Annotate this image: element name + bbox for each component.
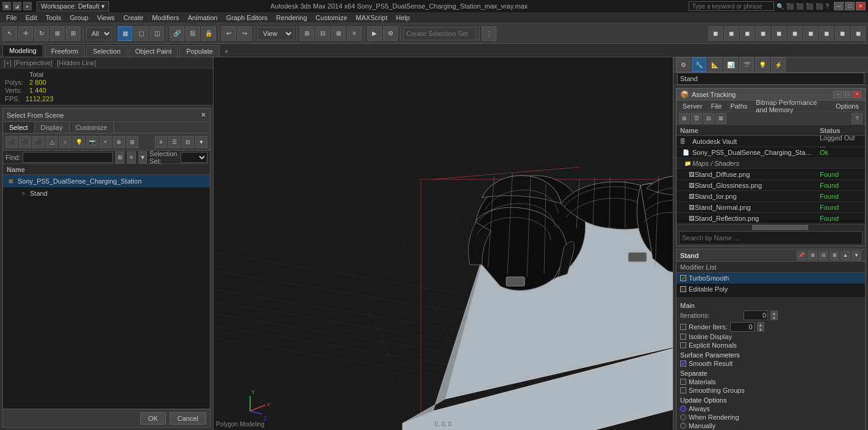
rp-btn-6[interactable]: 💡 (755, 57, 770, 72)
at-tb-2[interactable]: ☰ (691, 113, 702, 124)
at-menu-paths[interactable]: Paths (726, 102, 751, 110)
tb-vp-r6[interactable]: ◼ (787, 26, 802, 41)
tb-vp-r2[interactable]: ◼ (724, 26, 739, 41)
tool-icon-3[interactable]: ⬛ (806, 3, 813, 10)
cancel-button[interactable]: Cancel (170, 412, 206, 425)
menu-group[interactable]: Group (66, 13, 92, 22)
scene-tab-customize[interactable]: Customize (70, 122, 114, 133)
at-menu-server[interactable]: Server (679, 102, 706, 110)
tb-undo-btn[interactable]: ↩ (221, 26, 236, 41)
at-minimize-btn[interactable]: ─ (833, 91, 842, 98)
ts-iterations-down[interactable]: ▼ (770, 315, 778, 320)
ts-when-rendering-radio[interactable] (680, 414, 686, 420)
rp-btn-2[interactable]: 🔧 (692, 57, 706, 72)
scene-filter-btn-2[interactable]: ≡ (127, 151, 136, 163)
ok-button[interactable]: OK (140, 412, 166, 425)
close-btn[interactable]: ✕ (856, 2, 866, 10)
tool-icon-4[interactable]: ⬛ (816, 3, 823, 10)
help-icon[interactable]: ? (825, 3, 829, 10)
rp-btn-3[interactable]: 📐 (708, 57, 722, 72)
menu-edit[interactable]: Edit (22, 13, 41, 22)
scene-tb-hier[interactable]: ≡ (155, 136, 167, 148)
scene-panel-header[interactable]: Select From Scene ✕ (3, 109, 210, 122)
tb-bind-btn[interactable]: 🔒 (201, 26, 216, 41)
asset-row-7[interactable]: 🖼 Stand_Reflection.png Found (676, 213, 865, 224)
tb-ref-btn[interactable]: ⊞ (66, 26, 81, 41)
scene-panel-close-icon[interactable]: ✕ (201, 111, 206, 119)
tb-vp-r5[interactable]: ◼ (772, 26, 786, 41)
scene-tb-helper[interactable]: + (99, 136, 112, 148)
modifier-item-0[interactable]: ✓ TurboSmooth (676, 273, 865, 284)
at-menu-file[interactable]: File (707, 102, 725, 110)
scene-tb-geo[interactable]: △ (46, 136, 58, 148)
tb-crossing-btn[interactable]: ◫ (149, 26, 164, 41)
tool-icon-2[interactable]: ⬛ (796, 3, 803, 10)
workspace-dropdown[interactable]: Workspace: Default ▾ (37, 1, 109, 12)
mod-paste-btn[interactable]: ⊟ (819, 251, 828, 260)
ts-always-radio[interactable] (680, 406, 686, 412)
scene-tb-all[interactable]: ⬛ (5, 136, 18, 148)
tab-modeling[interactable]: Modeling (2, 45, 43, 57)
tb-vp-r3[interactable]: ◼ (740, 26, 755, 41)
search-input[interactable] (689, 1, 774, 11)
ts-explicit-cb[interactable] (680, 342, 686, 348)
menu-tools[interactable]: Tools (42, 13, 65, 22)
rp-btn-4[interactable]: 📊 (723, 57, 738, 72)
asset-row-4[interactable]: 🖼 Stand_Glossiness.png Found (676, 180, 865, 191)
menu-customize[interactable]: Customize (312, 13, 351, 22)
tab-object-paint[interactable]: Object Paint (129, 45, 179, 57)
asset-row-0[interactable]: 🗄 Autodesk Vault Logged Out ... (676, 136, 865, 147)
tb-scale-btn[interactable]: ⊠ (50, 26, 65, 41)
rp-btn-5[interactable]: 🎬 (739, 57, 754, 72)
tb-redo-btn[interactable]: ↪ (237, 26, 252, 41)
scene-tb-shape[interactable]: ○ (59, 136, 71, 148)
at-menu-bitmap[interactable]: Bitmap Performance and Memory (752, 98, 831, 114)
scene-tab-select[interactable]: Select (3, 122, 35, 133)
scene-tb-space[interactable]: ⊕ (113, 136, 125, 148)
asset-row-6[interactable]: 🖼 Stand_Normal.png Found (676, 202, 865, 213)
rp-btn-7[interactable]: ⚡ (771, 57, 786, 72)
tb-vp-r10[interactable]: ◼ (851, 26, 866, 41)
tb-filter-dropdown[interactable]: All (86, 27, 112, 40)
ts-render-iters-cb[interactable] (680, 324, 686, 330)
scene-tb-invert[interactable]: ⬛ (32, 136, 45, 148)
ts-smooth-result-cb[interactable]: ✓ (680, 360, 686, 367)
scene-filter-btn-3[interactable]: ▼ (138, 151, 148, 163)
menu-animation[interactable]: Animation (184, 13, 221, 22)
menu-rendering[interactable]: Rendering (273, 13, 311, 22)
minimize-btn[interactable]: ─ (834, 2, 844, 10)
tab-freeform[interactable]: Freeform (45, 45, 85, 57)
tab-extra[interactable]: + (221, 46, 232, 57)
at-maximize-btn[interactable]: □ (843, 91, 852, 98)
ts-render-iters-up[interactable]: ▲ (757, 322, 764, 327)
ts-iterations-up[interactable]: ▲ (770, 310, 778, 315)
tb-vp-r4[interactable]: ◼ (756, 26, 770, 41)
mod-copy-btn[interactable]: ⊞ (808, 251, 817, 260)
tb-align-btn[interactable]: ⊟ (315, 26, 330, 41)
tb-array-btn[interactable]: ⊠ (331, 26, 346, 41)
modifier-item-1[interactable]: Editable Poly (676, 284, 865, 295)
tb-vp-r8[interactable]: ◼ (819, 26, 834, 41)
mod-pin-btn[interactable]: 📌 (797, 251, 806, 260)
tool-icon-1[interactable]: ⬛ (786, 3, 794, 10)
viewport[interactable]: X Y Z Polygon Modeling 0, 0, 0 (213, 57, 673, 430)
app-icon-2[interactable]: ◪ (13, 2, 21, 10)
asset-scrollbar-thumb[interactable] (752, 225, 808, 230)
at-menu-options[interactable]: Options (832, 102, 863, 110)
ts-iterations-input[interactable] (744, 310, 768, 320)
scene-tb-list[interactable]: ☰ (168, 136, 181, 148)
tb-vp-r9[interactable]: ◼ (835, 26, 850, 41)
tb-extra-btn[interactable]: ⋮ (482, 26, 497, 41)
modifier-checkbox-1[interactable] (680, 286, 686, 292)
tb-render-setup-btn[interactable]: ⚙ (383, 26, 398, 41)
asset-row-1[interactable]: 📄 Sony_PS5_DualSense_Charging_Station_ma… (676, 147, 865, 158)
modifier-checkbox-0[interactable]: ✓ (680, 275, 686, 281)
rp-btn-1[interactable]: ⚙ (676, 57, 690, 72)
mod-move-up-btn[interactable]: ▲ (841, 251, 850, 260)
object-name-input[interactable] (677, 73, 864, 85)
scene-tb-none[interactable]: ⬛ (19, 136, 31, 148)
tb-window-btn[interactable]: ▢ (134, 26, 148, 41)
asset-row-5[interactable]: 🖼 Stand_Ior.png Found (676, 191, 865, 202)
scene-tab-display[interactable]: Display (35, 122, 70, 133)
at-tb-4[interactable]: ⊠ (716, 113, 726, 124)
